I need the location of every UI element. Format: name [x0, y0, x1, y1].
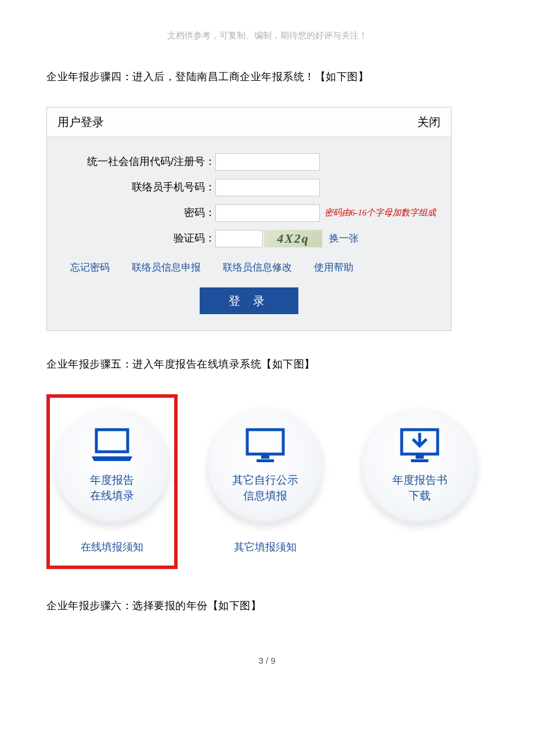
login-header-title: 用户登录 [57, 113, 104, 131]
card-other-line1: 其它自行公示 [232, 474, 298, 486]
laptop-icon [89, 427, 135, 463]
card-download-report[interactable]: 年度报告书 下载 [353, 394, 486, 523]
step-6-title: 企业年报步骤六：选择要报的年份【如下图】 [46, 598, 488, 614]
login-header: 用户登录 关闭 [47, 107, 451, 137]
login-form: 统一社会信用代码/注册号： 联络员手机号码： 密码： 密码由6-16个字母加数字… [47, 137, 451, 331]
svg-rect-3 [261, 455, 269, 459]
step-5-title: 企业年报步骤五：进入年度报告在线填录系统【如下图】 [46, 357, 488, 372]
label-captcha: 验证码： [59, 231, 215, 246]
card-annual-report-line1: 年度报告 [90, 474, 134, 486]
password-hint: 密码由6-16个字母加数字组成 [324, 206, 436, 219]
card-other-circle: 其它自行公示 信息填报 [208, 408, 323, 523]
monitor-download-icon [398, 427, 441, 463]
captcha-refresh-link[interactable]: 换一张 [329, 231, 359, 246]
page-number: 3 / 9 [46, 654, 488, 668]
liaison-apply-link[interactable]: 联络员信息申报 [132, 260, 201, 275]
doc-top-note: 文档供参考，可复制、编制，期待您的好评与关注！ [46, 29, 488, 42]
close-button[interactable]: 关闭 [417, 113, 441, 131]
monitor-icon [244, 427, 287, 463]
svg-rect-1 [100, 433, 124, 448]
svg-rect-4 [257, 459, 274, 462]
password-input[interactable] [215, 204, 320, 222]
forgot-password-link[interactable]: 忘记密码 [70, 260, 110, 275]
card-annual-report-line2: 在线填录 [90, 489, 134, 502]
uscc-input[interactable] [215, 153, 320, 171]
captcha-image: 4X2q [264, 230, 322, 247]
liaison-edit-link[interactable]: 联络员信息修改 [223, 260, 292, 275]
other-notice-link[interactable]: 其它填报须知 [234, 539, 297, 555]
card-download-line2: 下载 [409, 489, 431, 502]
captcha-input[interactable] [215, 230, 263, 247]
label-password: 密码： [59, 205, 215, 221]
login-button[interactable]: 登 录 [200, 287, 298, 314]
svg-rect-6 [416, 455, 424, 459]
login-panel: 用户登录 关闭 统一社会信用代码/注册号： 联络员手机号码： 密码： 密码由6-… [46, 107, 452, 332]
card-download-line1: 年度报告书 [392, 474, 448, 486]
svg-rect-2 [247, 430, 283, 454]
svg-rect-0 [96, 430, 128, 452]
help-link[interactable]: 使用帮助 [314, 260, 353, 275]
label-phone: 联络员手机号码： [59, 179, 215, 195]
login-links: 忘记密码 联络员信息申报 联络员信息修改 使用帮助 [59, 255, 439, 286]
card-annual-report-circle: 年度报告 在线填录 [55, 408, 169, 523]
card-other-publicity[interactable]: 其它自行公示 信息填报 其它填报须知 [199, 394, 332, 555]
step-4-title: 企业年报步骤四：进入后，登陆南昌工商企业年报系统！【如下图】 [46, 69, 488, 85]
phone-input[interactable] [215, 179, 320, 196]
svg-rect-7 [411, 459, 428, 462]
card-download-circle: 年度报告书 下载 [362, 408, 477, 523]
annual-report-notice-link[interactable]: 在线填报须知 [81, 539, 143, 555]
card-row: 年度报告 在线填录 在线填报须知 其它自行公示 信息填报 其它填报须知 [46, 394, 488, 569]
card-other-line2: 信息填报 [243, 489, 287, 502]
card-annual-report[interactable]: 年度报告 在线填录 在线填报须知 [46, 394, 178, 569]
label-uscc: 统一社会信用代码/注册号： [59, 154, 215, 170]
